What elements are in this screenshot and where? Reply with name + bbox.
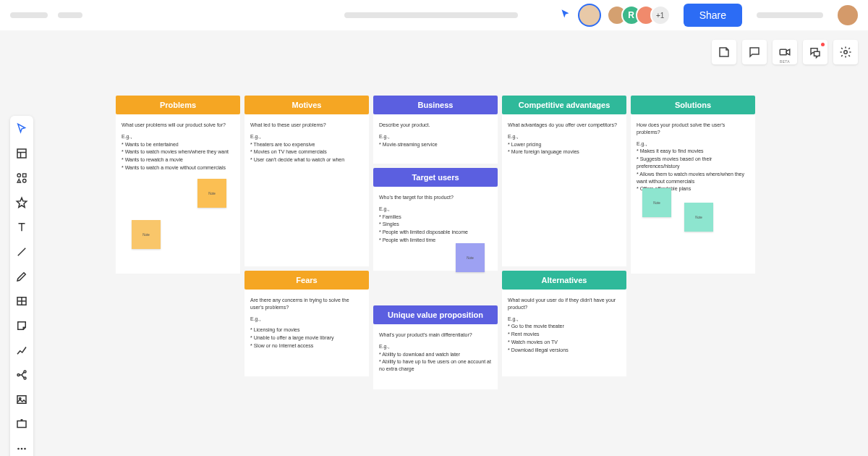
column-body: Describe your product. E.g., * Movie-str… bbox=[373, 114, 498, 164]
topbar: R +1 Share bbox=[0, 0, 868, 30]
svg-rect-0 bbox=[780, 49, 786, 55]
column-header: Competitive advantages bbox=[502, 96, 626, 114]
svg-rect-19 bbox=[17, 421, 26, 428]
beta-badge: BETA bbox=[780, 59, 790, 64]
column-motives: Motives What led to these user problems?… bbox=[244, 96, 369, 389]
sticky-note[interactable]: Note bbox=[197, 179, 226, 208]
share-button[interactable]: Share bbox=[684, 4, 742, 27]
shapes-tool-icon[interactable] bbox=[14, 171, 29, 185]
star-tool-icon[interactable] bbox=[14, 195, 29, 210]
column-header: Alternatives bbox=[502, 271, 626, 290]
note-icon[interactable] bbox=[712, 40, 736, 64]
avatar-overflow[interactable]: +1 bbox=[650, 5, 671, 25]
svg-line-10 bbox=[18, 248, 26, 256]
column-body: What would your user do if they didn't h… bbox=[502, 290, 626, 376]
left-toolbar bbox=[10, 116, 33, 456]
sticky-note[interactable]: Note bbox=[684, 203, 713, 232]
line-tool-icon[interactable] bbox=[14, 245, 29, 259]
column-body: What advantages do you offer over compet… bbox=[502, 114, 626, 266]
svg-point-15 bbox=[24, 371, 26, 373]
image-tool-icon[interactable] bbox=[14, 392, 29, 407]
svg-point-23 bbox=[21, 448, 23, 450]
select-tool-icon[interactable] bbox=[14, 122, 29, 136]
svg-point-7 bbox=[23, 180, 27, 183]
column-header: Problems bbox=[116, 96, 240, 114]
column-header: Motives bbox=[244, 96, 369, 114]
notification-dot bbox=[821, 43, 825, 46]
column-solutions: Solutions How does your product solve th… bbox=[631, 96, 755, 389]
svg-rect-17 bbox=[17, 396, 26, 404]
sticky-tool-icon[interactable] bbox=[14, 318, 29, 333]
sticky-note[interactable]: Note bbox=[456, 243, 485, 272]
svg-rect-2 bbox=[17, 149, 26, 158]
svg-point-14 bbox=[17, 374, 20, 376]
svg-point-24 bbox=[24, 448, 26, 450]
sticky-note[interactable]: Note bbox=[132, 220, 161, 249]
column-body: What's your product's main differentiato… bbox=[373, 324, 498, 389]
sticky-note[interactable]: Note bbox=[642, 188, 671, 217]
placeholder bbox=[58, 12, 82, 18]
svg-point-22 bbox=[17, 448, 20, 450]
top-right-toolbar: BETA bbox=[712, 40, 858, 64]
video-icon[interactable]: BETA bbox=[773, 40, 797, 64]
mindmap-tool-icon[interactable] bbox=[14, 368, 29, 382]
column-header: Fears bbox=[244, 271, 369, 290]
column-header: Target users bbox=[373, 168, 498, 187]
cursor-icon bbox=[560, 9, 571, 22]
placeholder bbox=[10, 12, 48, 18]
title-placeholder bbox=[344, 12, 518, 18]
frame-tool-icon[interactable] bbox=[14, 417, 29, 431]
svg-point-1 bbox=[844, 51, 848, 54]
column-competitive: Competitive advantages What advantages d… bbox=[502, 96, 626, 389]
svg-rect-6 bbox=[23, 174, 27, 177]
chart-tool-icon[interactable] bbox=[14, 343, 29, 358]
collaborator-avatars[interactable]: R +1 bbox=[613, 5, 671, 25]
column-header: Solutions bbox=[631, 96, 755, 114]
self-avatar[interactable] bbox=[838, 5, 858, 25]
svg-point-16 bbox=[24, 377, 26, 379]
column-header: Business bbox=[373, 96, 498, 114]
column-header: Unique value proposition bbox=[373, 305, 498, 324]
column-body: What led to these user problems? E.g., *… bbox=[244, 114, 369, 266]
column-business: Business Describe your product. E.g., * … bbox=[373, 96, 498, 389]
text-tool-icon[interactable] bbox=[14, 220, 29, 235]
tb-left-placeholders bbox=[10, 12, 82, 18]
settings-icon[interactable] bbox=[833, 40, 858, 64]
template-tool-icon[interactable] bbox=[14, 146, 29, 161]
canvas[interactable]: Problems What user problems will our pro… bbox=[116, 96, 755, 389]
column-body: Are there any concerns in trying to solv… bbox=[244, 290, 369, 376]
active-user-avatar[interactable] bbox=[578, 4, 601, 27]
more-tools-icon[interactable] bbox=[14, 442, 29, 456]
pen-tool-icon[interactable] bbox=[14, 269, 29, 284]
svg-point-5 bbox=[17, 174, 21, 177]
chat-icon[interactable] bbox=[803, 40, 827, 64]
comment-icon[interactable] bbox=[742, 40, 767, 64]
placeholder bbox=[757, 12, 823, 18]
table-tool-icon[interactable] bbox=[14, 294, 29, 308]
